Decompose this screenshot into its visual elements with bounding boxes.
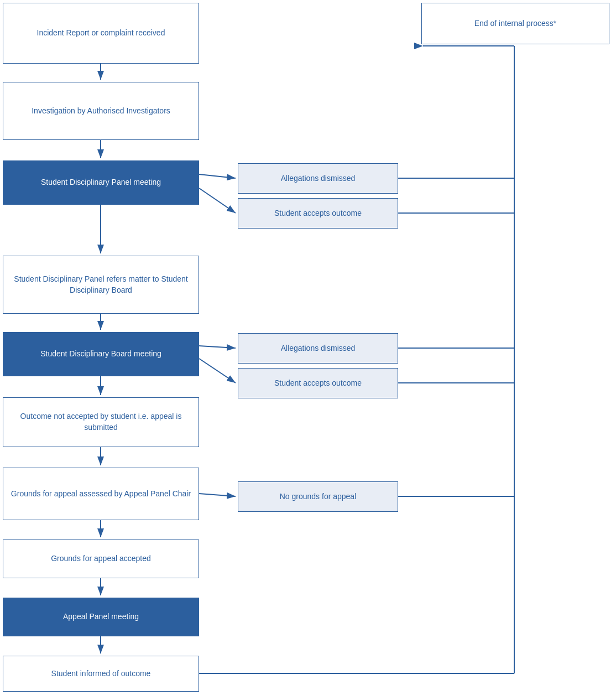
- investigation-label: Investigation by Authorised Investigator…: [32, 106, 170, 117]
- grounds-assessed-label: Grounds for appeal assessed by Appeal Pa…: [11, 489, 191, 500]
- student-informed-label: Student informed of outcome: [51, 668, 151, 680]
- allegations-dismissed-2-box: Allegations dismissed: [238, 333, 398, 364]
- sdp-meeting-box: Student Disciplinary Panel meeting: [3, 160, 199, 205]
- investigation-box: Investigation by Authorised Investigator…: [3, 82, 199, 140]
- grounds-accepted-label: Grounds for appeal accepted: [51, 553, 151, 564]
- svg-line-11: [199, 174, 236, 178]
- svg-line-13: [199, 346, 236, 348]
- sdb-meeting-box: Student Disciplinary Board meeting: [3, 332, 199, 376]
- student-accepts-1-box: Student accepts outcome: [238, 198, 398, 229]
- svg-line-12: [199, 188, 236, 213]
- sdp-refers-label: Student Disciplinary Panel refers matter…: [10, 274, 192, 295]
- grounds-assessed-box: Grounds for appeal assessed by Appeal Pa…: [3, 468, 199, 520]
- sdp-meeting-label: Student Disciplinary Panel meeting: [41, 177, 161, 188]
- outcome-not-accepted-box: Outcome not accepted by student i.e. app…: [3, 397, 199, 447]
- appeal-panel-label: Appeal Panel meeting: [63, 611, 139, 623]
- outcome-not-accepted-label: Outcome not accepted by student i.e. app…: [10, 411, 192, 433]
- svg-line-14: [199, 359, 236, 383]
- no-grounds-box: No grounds for appeal: [238, 481, 398, 512]
- student-informed-box: Student informed of outcome: [3, 656, 199, 692]
- allegations-dismissed-1-label: Allegations dismissed: [281, 173, 356, 184]
- student-accepts-1-label: Student accepts outcome: [274, 208, 362, 219]
- end-internal-label: End of internal process*: [474, 18, 557, 29]
- student-accepts-2-box: Student accepts outcome: [238, 368, 398, 398]
- student-accepts-2-label: Student accepts outcome: [274, 378, 362, 389]
- sdp-refers-box: Student Disciplinary Panel refers matter…: [3, 256, 199, 314]
- allegations-dismissed-2-label: Allegations dismissed: [281, 343, 356, 354]
- appeal-panel-box: Appeal Panel meeting: [3, 598, 199, 636]
- no-grounds-label: No grounds for appeal: [280, 491, 357, 502]
- end-internal-box: End of internal process*: [421, 3, 609, 44]
- incident-label: Incident Report or complaint received: [37, 28, 165, 39]
- flowchart: Incident Report or complaint received In…: [0, 0, 616, 695]
- incident-box: Incident Report or complaint received: [3, 3, 199, 64]
- grounds-accepted-box: Grounds for appeal accepted: [3, 540, 199, 578]
- svg-line-15: [199, 494, 236, 496]
- allegations-dismissed-1-box: Allegations dismissed: [238, 163, 398, 194]
- sdb-meeting-label: Student Disciplinary Board meeting: [40, 349, 161, 360]
